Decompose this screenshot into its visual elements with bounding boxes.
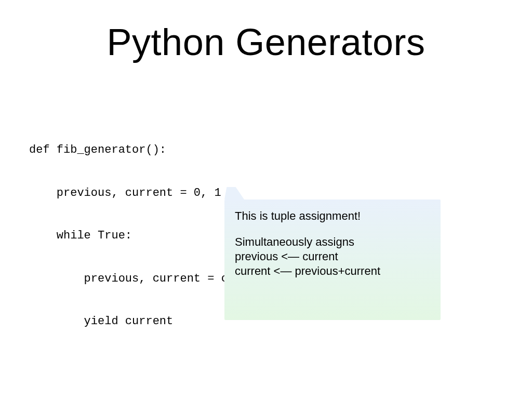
callout-line: Simultaneously assigns xyxy=(235,235,354,248)
callout: This is tuple assignment! Simultaneously… xyxy=(223,187,442,322)
callout-line: current <— previous+current xyxy=(235,264,380,277)
code-line: def fib_generator(): xyxy=(29,143,393,157)
callout-line: This is tuple assignment! xyxy=(235,209,430,223)
callout-box: This is tuple assignment! Simultaneously… xyxy=(224,200,441,320)
callout-paragraph: Simultaneously assigns previous <— curre… xyxy=(235,235,430,278)
svg-marker-0 xyxy=(224,187,244,200)
slide-title: Python Generators xyxy=(0,21,532,63)
callout-text: This is tuple assignment! Simultaneously… xyxy=(235,209,430,279)
callout-line: previous <— current xyxy=(235,250,338,263)
slide: Python Generators def fib_generator(): p… xyxy=(0,0,532,399)
